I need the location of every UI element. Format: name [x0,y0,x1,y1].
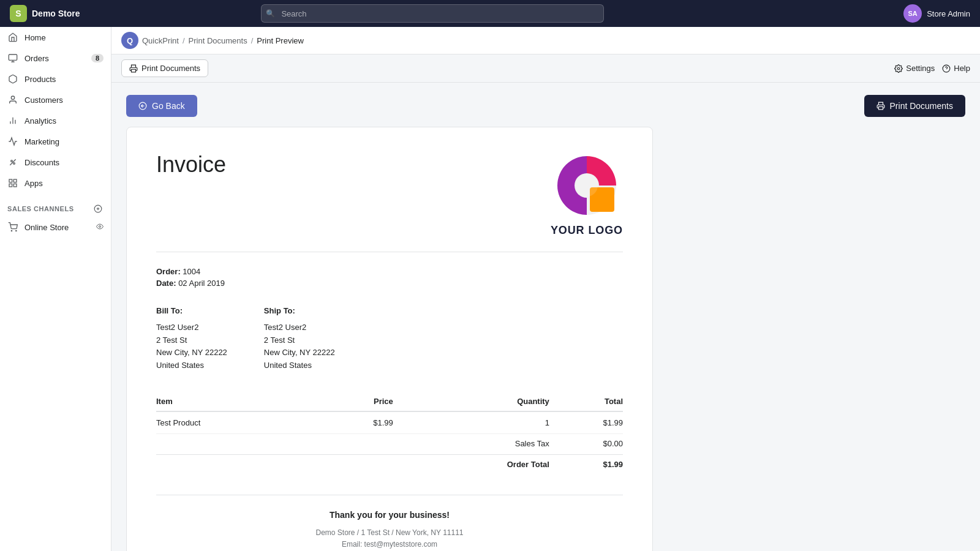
col-total: Total [549,392,623,411]
invoice-meta: Order: 1004 Date: 02 April 2019 [156,267,623,288]
svg-point-6 [13,163,15,165]
settings-button[interactable]: Settings [894,64,935,73]
products-icon [7,73,18,84]
invoice-table: Item Price Quantity Total Test Product $… [156,392,623,475]
add-sales-channel-button[interactable] [92,203,104,214]
col-item: Item [156,392,320,411]
svg-rect-11 [9,184,12,187]
invoice-header: Invoice [156,152,623,252]
print-documents-primary-button[interactable]: Print Documents [864,95,965,117]
sidebar-item-customers[interactable]: Customers [0,89,111,110]
sidebar-item-products[interactable]: Products [0,69,111,89]
content-area: Go Back Print Documents Invoice [111,83,980,551]
sidebar-item-apps[interactable]: Apps [0,173,111,193]
invoice-card: Invoice [126,127,653,551]
sidebar-label-home: Home [24,33,46,42]
help-button[interactable]: Help [942,64,970,73]
online-store-eye-icon[interactable] [96,223,104,232]
svg-point-15 [11,230,12,231]
bill-to-country: United States [156,359,227,372]
row-price: $1.99 [320,411,393,434]
brand-name: Demo Store [32,9,80,18]
online-store-icon [7,222,18,233]
sidebar-label-discounts: Discounts [24,158,59,167]
home-icon [7,32,18,43]
help-icon [942,64,951,73]
printer-primary-icon [876,102,885,110]
sidebar-label-orders: Orders [24,54,49,63]
sales-tax-value: $0.00 [549,433,623,454]
topbar: S Demo Store 🔍 SA Store Admin [0,0,980,27]
col-quantity: Quantity [393,392,549,411]
svg-point-1 [11,96,14,99]
logo-graphic [553,152,620,219]
apps-icon [7,178,18,189]
sidebar-item-orders[interactable]: Orders 8 [0,48,111,69]
breadcrumb-sep-2: / [251,36,254,45]
sidebar-item-analytics[interactable]: Analytics [0,110,111,131]
sidebar-item-discounts[interactable]: Discounts [0,152,111,173]
print-documents-secondary-button[interactable]: Print Documents [121,59,208,77]
sidebar-label-products: Products [24,75,56,84]
ship-to-label: Ship To: [264,305,335,318]
svg-rect-8 [9,179,12,182]
app-logo: Q [121,32,138,49]
go-back-label: Go Back [152,101,185,111]
row-total: $1.99 [549,411,623,434]
user-name: Store Admin [927,9,970,18]
store-email: Email: test@myteststore.com [156,539,623,550]
sidebar-item-home[interactable]: Home [0,27,111,48]
logo-text: YOUR LOGO [551,224,623,237]
user-avatar: SA [903,4,922,23]
invoice-title: Invoice [156,152,226,178]
analytics-icon [7,115,18,126]
main-content: Q QuickPrint / Print Documents / Print P… [111,27,980,551]
order-total-value: $1.99 [549,454,623,475]
invoice-footer: Thank you for your business! Demo Store … [156,495,623,550]
breadcrumb-sep-1: / [183,36,185,45]
action-row: Go Back Print Documents [126,95,965,117]
date-info: Date: 02 April 2019 [156,279,623,288]
settings-icon [894,64,903,73]
user-menu[interactable]: SA Store Admin [903,4,970,23]
breadcrumb-section[interactable]: Print Documents [189,36,247,45]
sidebar-label-customers: Customers [24,96,63,105]
order-total-row: Order Total $1.99 [156,454,623,475]
sales-tax-row: Sales Tax $0.00 [156,433,623,454]
svg-point-17 [99,225,101,227]
bill-to-block: Bill To: Test2 User2 2 Test St New City,… [156,305,227,372]
customers-icon [7,94,18,105]
sidebar-item-marketing[interactable]: Marketing [0,131,111,152]
sales-tax-label: Sales Tax [393,433,549,454]
sidebar-item-online-store[interactable]: Online Store [0,217,111,238]
invoice-logo-area: YOUR LOGO [551,152,623,237]
svg-point-27 [576,174,598,197]
svg-rect-10 [13,184,17,187]
order-info: Order: 1004 [156,267,623,276]
svg-rect-18 [132,69,136,72]
search-input[interactable] [261,4,604,23]
address-row: Bill To: Test2 User2 2 Test St New City,… [156,305,623,372]
bill-to-street: 2 Test St [156,334,227,347]
ship-to-name: Test2 User2 [264,321,335,334]
breadcrumb-app[interactable]: QuickPrint [142,36,179,45]
bill-to-city: New City, NY 22222 [156,347,227,359]
row-quantity: 1 [393,411,549,434]
sidebar-label-marketing: Marketing [24,137,59,146]
svg-point-16 [16,230,17,231]
svg-rect-0 [9,54,17,60]
bill-to-label: Bill To: [156,305,227,318]
arrow-left-icon [138,102,147,110]
discounts-icon [7,157,18,168]
printer-icon [129,64,138,73]
store-info: Demo Store / 1 Test St / New York, NY 11… [156,527,623,539]
settings-label: Settings [906,64,935,73]
ship-to-street: 2 Test St [264,334,335,347]
go-back-button[interactable]: Go Back [126,95,197,117]
print-docs-secondary-label: Print Documents [141,64,200,73]
svg-point-19 [898,67,900,70]
thank-you-text: Thank you for your business! [156,510,623,520]
help-label: Help [954,64,970,73]
sidebar: Home Orders 8 Products Customers Analy [0,27,111,551]
ship-to-city: New City, NY 22222 [264,347,335,359]
